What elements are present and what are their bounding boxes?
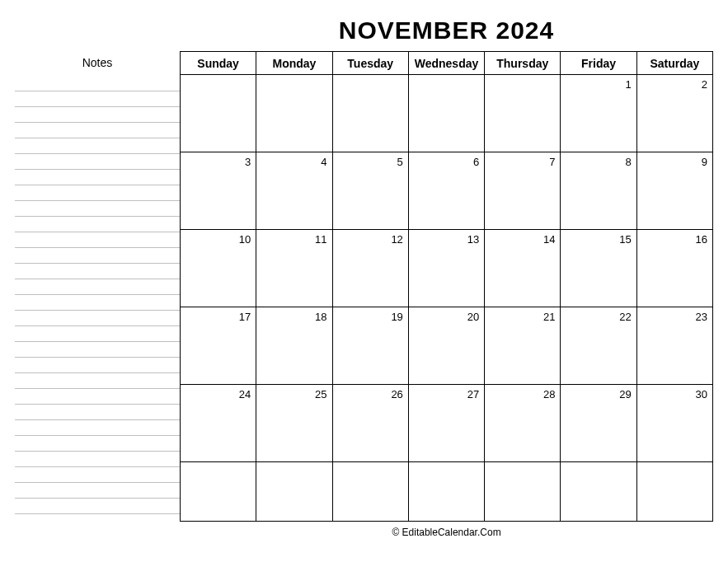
day-number: 11: [315, 233, 326, 246]
calendar-cell: [256, 75, 332, 152]
note-line: [15, 91, 180, 107]
calendar-row: 10111213141516: [181, 230, 713, 307]
day-number: 27: [467, 388, 479, 400]
calendar-cell: 10: [181, 230, 256, 307]
note-line: [15, 389, 180, 405]
calendar-cell: [332, 75, 408, 152]
calendar-cell: [181, 462, 256, 522]
day-header-row: SundayMondayTuesdayWednesdayThursdayFrid…: [181, 52, 713, 75]
calendar-cell: 11: [256, 230, 332, 307]
note-line: [15, 483, 180, 499]
note-line: [15, 232, 180, 248]
note-line: [15, 185, 180, 201]
day-number: 8: [625, 156, 631, 168]
day-number: 7: [549, 156, 555, 168]
calendar-cell: 24: [181, 385, 256, 462]
calendar-cell: 23: [636, 307, 712, 385]
calendar-cell: 16: [636, 230, 712, 307]
day-number: 3: [245, 156, 251, 168]
calendar-cell: [636, 462, 712, 522]
footer-text: © EditableCalendar.Com: [180, 527, 713, 538]
note-line: [15, 499, 180, 514]
notes-heading: Notes: [15, 51, 180, 74]
calendar-cell: 29: [561, 385, 636, 462]
calendar-cell: 25: [256, 385, 332, 462]
calendar-row: 17181920212223: [181, 307, 713, 385]
day-number: 14: [543, 233, 555, 246]
day-number: 26: [391, 388, 402, 400]
calendar-head: SundayMondayTuesdayWednesdayThursdayFrid…: [181, 52, 713, 75]
day-header: Saturday: [636, 52, 712, 75]
notes-lines: [15, 74, 180, 514]
calendar-cell: 6: [408, 152, 484, 230]
calendar-cell: [408, 462, 484, 522]
calendar-cell: [561, 462, 636, 522]
calendar-cell: 1: [561, 75, 636, 152]
note-line: [15, 138, 180, 154]
page-title: NOVEMBER 2024: [180, 16, 713, 44]
day-number: 29: [619, 388, 631, 400]
calendar-body: 1234567891011121314151617181920212223242…: [181, 75, 713, 522]
day-number: 17: [239, 311, 251, 323]
day-header: Sunday: [181, 52, 256, 75]
note-line: [15, 217, 180, 232]
day-number: 4: [321, 156, 326, 168]
calendar-column: SundayMondayTuesdayWednesdayThursdayFrid…: [180, 51, 713, 522]
calendar-row: 3456789: [181, 152, 713, 230]
day-number: 15: [619, 233, 631, 246]
note-line: [15, 436, 180, 452]
day-number: 21: [543, 311, 555, 323]
calendar-cell: 27: [408, 385, 484, 462]
notes-column: Notes: [15, 51, 180, 522]
day-number: 5: [397, 156, 403, 168]
note-line: [15, 107, 180, 123]
note-line: [15, 358, 180, 373]
calendar-cell: 2: [636, 75, 712, 152]
day-header: Monday: [256, 52, 332, 75]
calendar-cell: 26: [332, 385, 408, 462]
note-line: [15, 279, 180, 295]
note-line: [15, 295, 180, 311]
calendar-cell: 17: [181, 307, 256, 385]
calendar-cell: 7: [485, 152, 561, 230]
note-line: [15, 326, 180, 342]
calendar-cell: 21: [485, 307, 561, 385]
day-number: 23: [696, 311, 707, 323]
calendar-cell: 13: [408, 230, 484, 307]
calendar-cell: 19: [332, 307, 408, 385]
calendar-row: 24252627282930: [181, 385, 713, 462]
calendar-cell: 28: [485, 385, 561, 462]
note-line: [15, 311, 180, 326]
calendar-cell: [408, 75, 484, 152]
day-number: 30: [696, 388, 707, 400]
note-line: [15, 420, 180, 436]
calendar-cell: 3: [181, 152, 256, 230]
calendar-cell: [485, 75, 561, 152]
day-number: 18: [315, 311, 326, 323]
calendar-cell: [332, 462, 408, 522]
calendar-cell: 14: [485, 230, 561, 307]
calendar-cell: 15: [561, 230, 636, 307]
calendar-cell: 4: [256, 152, 332, 230]
day-number: 16: [696, 233, 707, 246]
calendar-cell: [485, 462, 561, 522]
calendar-cell: 20: [408, 307, 484, 385]
calendar-table: SundayMondayTuesdayWednesdayThursdayFrid…: [180, 51, 713, 522]
note-line: [15, 467, 180, 483]
day-number: 9: [702, 156, 707, 168]
day-number: 19: [391, 311, 402, 323]
note-line: [15, 248, 180, 264]
note-line: [15, 373, 180, 389]
calendar-cell: 18: [256, 307, 332, 385]
calendar-cell: 12: [332, 230, 408, 307]
day-header: Wednesday: [408, 52, 484, 75]
day-header: Thursday: [485, 52, 561, 75]
day-number: 6: [473, 156, 479, 168]
note-line: [15, 452, 180, 467]
day-number: 13: [467, 233, 479, 246]
note-line: [15, 76, 180, 91]
day-number: 10: [239, 233, 251, 246]
note-line: [15, 405, 180, 420]
day-header: Tuesday: [332, 52, 408, 75]
calendar-cell: 30: [636, 385, 712, 462]
